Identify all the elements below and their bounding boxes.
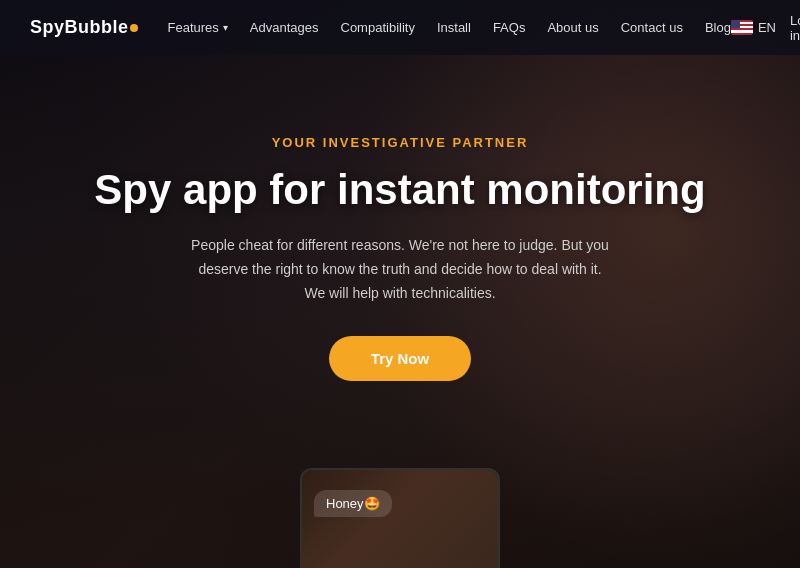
brand-dot [130,24,138,32]
hero-subtitle: YOUR INVESTIGATIVE PARTNER [272,135,529,150]
chevron-down-icon: ▾ [223,22,228,33]
brand-name: SpyBubble [30,17,129,38]
phone-mockup-area: Honey🤩 [300,468,500,568]
nav-right: EN Log in Try Now [731,12,800,43]
hero-section: YOUR INVESTIGATIVE PARTNER Spy app for i… [0,55,800,381]
language-label: EN [758,20,776,35]
nav-install[interactable]: Install [437,20,471,35]
nav-faqs[interactable]: FAQs [493,20,526,35]
navbar: SpyBubble Features ▾ Advantages Compatib… [0,0,800,55]
nav-links: Features ▾ Advantages Compatibility Inst… [168,20,731,35]
language-selector[interactable]: EN [731,20,776,35]
phone-mockup: Honey🤩 [300,468,500,568]
chat-bubble: Honey🤩 [314,490,392,517]
nav-compatibility[interactable]: Compatibility [341,20,415,35]
hero-title: Spy app for instant monitoring [94,166,705,214]
nav-contact[interactable]: Contact us [621,20,683,35]
us-flag-icon [731,20,753,35]
nav-features[interactable]: Features ▾ [168,20,228,35]
nav-about[interactable]: About us [547,20,598,35]
logo[interactable]: SpyBubble [30,17,138,38]
nav-blog[interactable]: Blog [705,20,731,35]
hero-description: People cheat for different reasons. We'r… [190,234,610,305]
login-button[interactable]: Log in [790,13,800,43]
phone-screen: Honey🤩 [302,470,498,568]
try-now-hero-button[interactable]: Try Now [329,336,471,381]
nav-advantages[interactable]: Advantages [250,20,319,35]
